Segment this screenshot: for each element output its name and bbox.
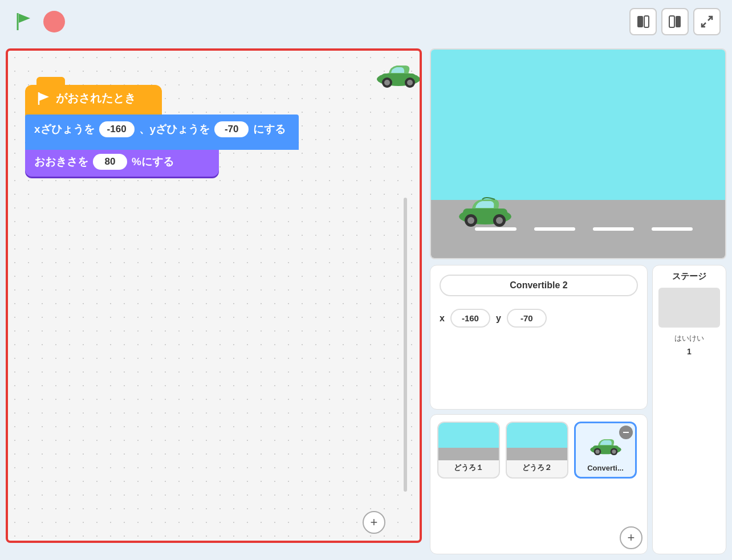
sprite-thumb-label-douro2: どうろ２ (522, 463, 552, 473)
block-motion-text1: xざひょうを (34, 122, 95, 137)
stage-thumbnail[interactable] (658, 288, 720, 328)
stage-sidebar-label: ステージ (672, 271, 706, 282)
svg-rect-5 (676, 16, 681, 27)
svg-rect-2 (637, 16, 643, 27)
sprite-thumb-douro1[interactable]: どうろ１ (437, 422, 500, 479)
svg-rect-3 (644, 16, 649, 27)
douro2-sky (507, 423, 567, 448)
block-when-flag-clicked[interactable]: がおされたとき (25, 85, 162, 112)
delete-sprite-button[interactable] (619, 426, 633, 439)
svg-marker-1 (19, 14, 30, 23)
coord-row: x -160 y -70 (440, 309, 638, 328)
scrollbar-vertical[interactable] (404, 198, 407, 492)
sprite-name-input[interactable] (440, 275, 638, 296)
road-line-3 (593, 227, 634, 231)
code-area: がおされたとき xざひょうを -160 、yざひょうを -70 にする (0, 43, 428, 560)
svg-point-21 (496, 217, 503, 224)
x-value[interactable]: -160 (450, 309, 490, 328)
douro1-sky (438, 423, 499, 448)
add-block-button[interactable]: + (363, 511, 385, 534)
svg-rect-4 (669, 16, 674, 27)
svg-rect-22 (623, 432, 629, 433)
add-sprite-button[interactable]: + (620, 526, 642, 549)
y-label: y (496, 313, 501, 324)
sprite-thumb-label-convertible: Converti... (587, 464, 624, 472)
stage-sky (431, 50, 725, 200)
sprite-thumb-img-douro1 (438, 423, 499, 460)
sprite-thumb-label-douro1: どうろ１ (454, 463, 483, 473)
sprite-thumb-convertible[interactable]: Converti... (574, 422, 637, 479)
y-value[interactable]: -70 (507, 309, 547, 328)
svg-point-19 (467, 217, 474, 224)
sprite-info-panel: x -160 y -70 (430, 265, 648, 410)
svg-point-26 (595, 449, 599, 453)
block-hat-text: がおされたとき (56, 91, 136, 106)
sprite-thumb-img-douro2 (507, 423, 567, 460)
stop-button[interactable] (43, 11, 65, 32)
svg-point-11 (384, 80, 390, 85)
background-label: はいけい (674, 333, 704, 344)
add-sprite-icon: + (628, 530, 635, 545)
block-motion-x-value[interactable]: -160 (99, 121, 135, 137)
svg-point-28 (612, 449, 616, 453)
background-count: 1 (687, 347, 692, 356)
toolbar-left (0, 9, 65, 34)
convertible-mini-car (587, 434, 624, 456)
stage-car (454, 190, 517, 230)
sprite-thumb-douro2[interactable]: どうろ２ (506, 422, 568, 479)
right-panel: x -160 y -70 どうろ１ (428, 43, 732, 560)
road-line-2 (534, 227, 575, 231)
bottom-panel: x -160 y -70 どうろ１ (428, 259, 732, 560)
svg-marker-15 (39, 93, 49, 101)
blocks-container: がおされたとき xざひょうを -160 、yざひょうを -70 にする (25, 85, 299, 177)
code-sprite-icon (373, 58, 413, 83)
toolbar-right (629, 8, 721, 35)
block-motion-text3: にする (253, 122, 286, 137)
douro2-road (507, 448, 567, 460)
block-looks-text2: %にする (132, 154, 174, 169)
fullscreen-button[interactable] (693, 8, 721, 35)
douro1-road (438, 448, 499, 460)
x-label: x (440, 313, 445, 324)
block-set-position[interactable]: xざひょうを -160 、yざひょうを -70 にする (25, 115, 299, 144)
main-layout: がおされたとき xざひょうを -160 、yざひょうを -70 にする (0, 43, 732, 560)
block-motion-text2: 、yざひょうを (139, 122, 210, 137)
svg-point-13 (407, 80, 413, 85)
block-looks-text1: おおきさを (34, 154, 88, 169)
code-canvas[interactable]: がおされたとき xざひょうを -160 、yざひょうを -70 にする (6, 48, 422, 543)
green-flag-button[interactable] (11, 9, 36, 34)
block-motion-y-value[interactable]: -70 (214, 121, 249, 137)
sprites-grid: どうろ１ どうろ２ (430, 414, 648, 554)
view-center-button[interactable] (661, 8, 689, 35)
view-left-button[interactable] (629, 8, 657, 35)
stage-preview (430, 48, 726, 259)
stage-sidebar: ステージ はいけい 1 (652, 265, 726, 554)
toolbar (0, 0, 732, 43)
flag-icon-block (36, 91, 51, 106)
road-line-4 (652, 227, 693, 231)
block-set-size[interactable]: おおきさを 80 %にする (25, 147, 219, 177)
block-looks-size-value[interactable]: 80 (93, 154, 127, 170)
